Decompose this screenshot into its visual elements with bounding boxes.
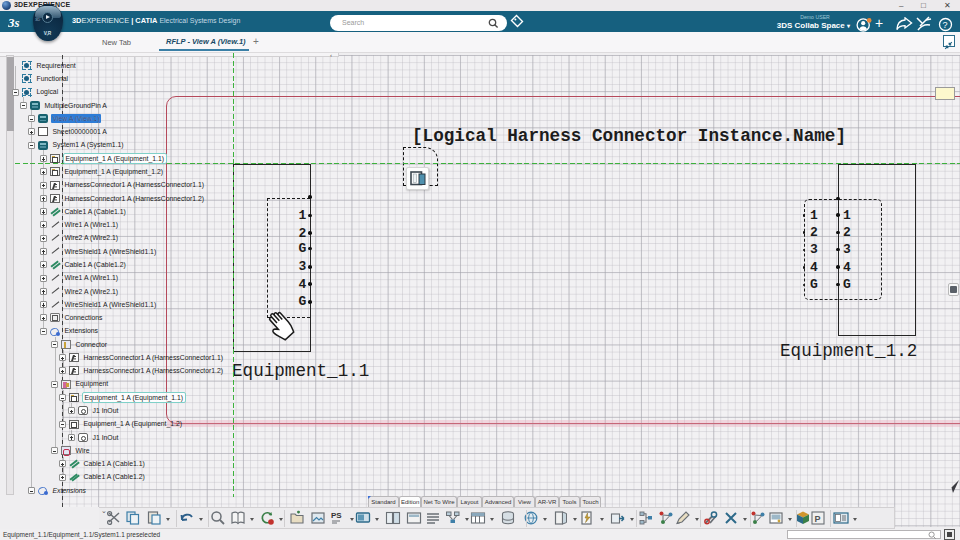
svg-text:P: P: [815, 514, 821, 524]
svg-text:PS: PS: [331, 511, 342, 520]
svg-text:3s: 3s: [8, 14, 20, 29]
svg-text:?: ?: [943, 19, 948, 29]
